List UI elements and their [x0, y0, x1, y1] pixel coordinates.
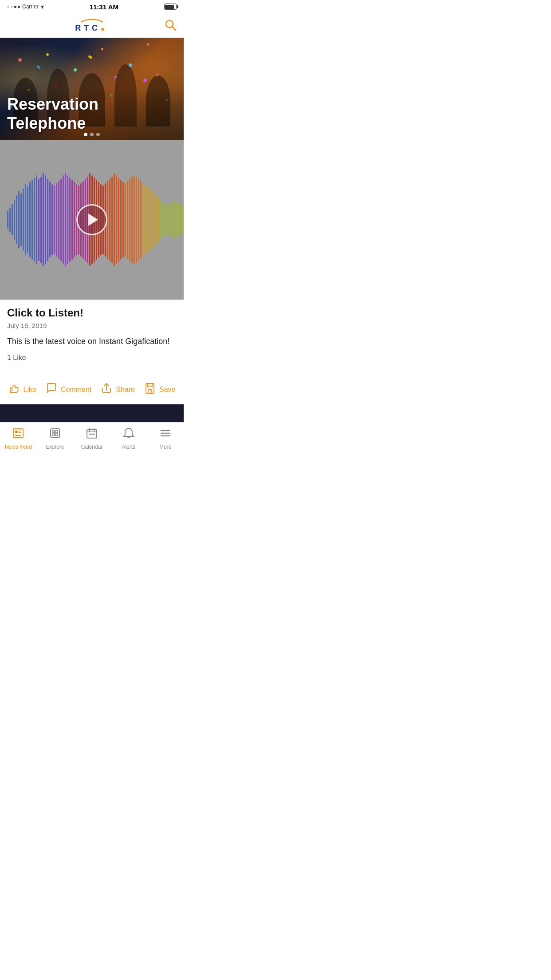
wave-bar [116, 175, 117, 264]
nav-item-news-feed[interactable]: News Feed [0, 427, 37, 450]
svg-rect-21 [89, 434, 91, 435]
wave-bar [29, 182, 31, 257]
wave-bar [171, 202, 173, 237]
hero-dot-1 [84, 133, 87, 136]
post-likes-count: 1 Like [7, 354, 177, 368]
wave-bar [36, 175, 37, 264]
wave-bar [45, 175, 46, 264]
wave-bar [153, 193, 155, 246]
wave-bar [18, 191, 20, 249]
post-action-bar: Like Comment Share Save [0, 375, 184, 404]
wave-bar [31, 180, 33, 260]
play-button[interactable] [76, 204, 107, 235]
svg-rect-9 [15, 435, 21, 436]
comment-icon [46, 383, 57, 397]
play-icon [88, 213, 98, 226]
hero-banner[interactable]: Reservation Telephone [0, 38, 184, 140]
svg-text:C: C [92, 24, 98, 32]
wave-bar [12, 204, 13, 235]
save-button[interactable]: Save [141, 381, 179, 399]
nav-item-calendar[interactable]: Calendar [74, 427, 110, 450]
battery-indicator [164, 4, 177, 10]
search-icon [164, 19, 177, 31]
wave-bar [49, 182, 51, 257]
app-header: R T C [0, 13, 184, 38]
wave-bar [27, 186, 28, 253]
wave-bar [71, 180, 73, 260]
svg-text:R: R [75, 24, 81, 32]
nav-item-alerts[interactable]: Alerts [110, 427, 147, 450]
svg-rect-15 [55, 431, 58, 433]
explore-icon [49, 427, 61, 442]
like-button[interactable]: Like [5, 381, 40, 399]
wave-bar [129, 179, 130, 261]
comment-button[interactable]: Comment [42, 381, 95, 399]
bottom-navigation: News Feed Explore Calend [0, 422, 184, 453]
like-label: Like [24, 386, 36, 394]
wave-bar [138, 179, 139, 261]
status-time: 11:31 AM [90, 3, 118, 11]
post-body: This is the latest voice on Instant Giga… [7, 336, 177, 348]
svg-rect-22 [91, 434, 92, 435]
wave-bar [118, 178, 119, 262]
wave-bar [65, 173, 66, 266]
wave-bar [142, 184, 144, 255]
nav-label-calendar: Calendar [81, 444, 103, 450]
wave-bar [25, 184, 26, 255]
svg-rect-6 [146, 383, 154, 393]
search-button[interactable] [164, 19, 177, 32]
post-date: July 15, 2019 [7, 322, 177, 329]
wave-bar [20, 193, 22, 246]
wave-bar [145, 186, 146, 254]
signal-dot-4 [18, 6, 20, 8]
like-icon [8, 383, 20, 397]
svg-rect-7 [13, 429, 23, 438]
wave-bar [151, 191, 153, 249]
hero-overlay: Reservation Telephone [0, 87, 184, 140]
rtc-logo-svg: R T C [70, 16, 114, 36]
wave-bar [14, 200, 15, 240]
post-title: Click to Listen! [7, 307, 177, 319]
wave-bar [38, 179, 39, 261]
signal-dots [7, 6, 20, 8]
svg-text:T: T [84, 24, 89, 32]
wave-bar [176, 202, 177, 237]
wave-bar [180, 204, 181, 235]
share-label: Share [116, 386, 135, 394]
wifi-icon: ▾ [41, 3, 44, 10]
wave-bar [67, 175, 68, 264]
svg-line-5 [172, 27, 176, 30]
svg-rect-13 [52, 431, 55, 433]
wave-bar [51, 184, 53, 255]
share-button[interactable]: Share [97, 381, 138, 399]
post-content: Click to Listen! July 15, 2019 This is t… [0, 300, 184, 375]
wave-bar [125, 183, 126, 257]
svg-rect-11 [19, 432, 21, 433]
app-logo: R T C [70, 16, 114, 36]
audio-player[interactable] [0, 140, 184, 300]
hero-dot-3 [96, 133, 100, 136]
wave-bar [173, 201, 175, 239]
nav-item-explore[interactable]: Explore [37, 427, 74, 450]
comment-label: Comment [61, 386, 91, 394]
svg-rect-14 [52, 434, 55, 436]
wave-bar [162, 202, 164, 237]
battery-icon [164, 4, 177, 10]
wave-bar [169, 203, 170, 237]
wave-bar [47, 179, 48, 261]
wave-bar [34, 178, 35, 262]
nav-item-more[interactable]: More [147, 427, 184, 450]
wave-bar [58, 181, 59, 259]
wave-bar [114, 173, 115, 266]
svg-rect-8 [15, 431, 18, 433]
wave-bar [40, 177, 42, 263]
wave-bar [60, 179, 62, 261]
hero-dot-2 [90, 133, 94, 136]
svg-rect-10 [19, 431, 21, 431]
wave-bar [134, 175, 135, 264]
wave-bar [23, 189, 24, 251]
status-left: Carrier ▾ [7, 3, 44, 10]
wave-bar [43, 173, 44, 266]
status-bar: Carrier ▾ 11:31 AM [0, 0, 184, 13]
wave-bar [178, 203, 179, 237]
